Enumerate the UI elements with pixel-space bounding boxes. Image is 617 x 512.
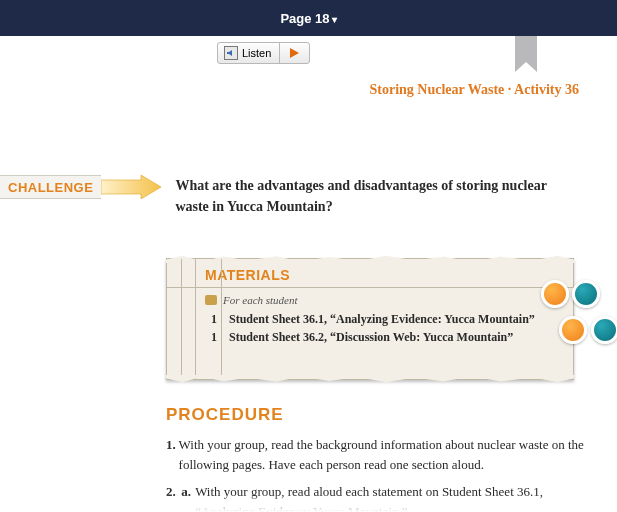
materials-heading: MATERIALS bbox=[167, 267, 573, 288]
listen-toolbar: Listen bbox=[217, 42, 310, 64]
materials-body: For each student 1 Student Sheet 36.1, “… bbox=[167, 288, 573, 352]
rule-line bbox=[181, 259, 182, 379]
step-text: With your group, read the background inf… bbox=[179, 435, 586, 474]
materials-item: 1 Student Sheet 36.1, “Analyzing Evidenc… bbox=[205, 310, 563, 328]
materials-text: Student Sheet 36.2, “Discussion Web: Yuc… bbox=[229, 328, 563, 346]
header-topic: Storing Nuclear Waste bbox=[370, 82, 505, 97]
header-activity: Activity 36 bbox=[514, 82, 579, 97]
bullet-icon bbox=[205, 295, 217, 305]
materials-subhead-text: For each student bbox=[223, 294, 298, 306]
materials-qty: 1 bbox=[205, 328, 217, 346]
play-button[interactable] bbox=[279, 43, 309, 63]
challenge-text: What are the advantages and disadvantage… bbox=[175, 175, 575, 217]
procedure-step: 1. With your group, read the background … bbox=[166, 435, 586, 474]
chevron-down-icon: ▾ bbox=[332, 14, 337, 25]
materials-text: Student Sheet 36.1, “Analyzing Evidence:… bbox=[229, 310, 563, 328]
materials-qty: 1 bbox=[205, 310, 217, 328]
listen-button[interactable]: Listen bbox=[218, 43, 279, 63]
top-bar: Page 18▾ bbox=[0, 0, 617, 36]
header-sep: · bbox=[504, 82, 514, 97]
arrow-right-icon bbox=[101, 175, 161, 199]
bookmark-icon[interactable] bbox=[515, 36, 537, 72]
page-header: Storing Nuclear Waste · Activity 36 bbox=[370, 82, 579, 98]
rule-line bbox=[221, 259, 222, 379]
resource-badge-icon[interactable] bbox=[559, 316, 587, 344]
challenge-section: CHALLENGE What are the advantages and di… bbox=[0, 175, 575, 217]
challenge-tag: CHALLENGE bbox=[0, 175, 101, 199]
materials-item: 1 Student Sheet 36.2, “Discussion Web: Y… bbox=[205, 328, 563, 346]
play-icon bbox=[290, 48, 299, 58]
materials-subhead: For each student bbox=[205, 294, 563, 306]
page-label: Page 18 bbox=[280, 11, 329, 26]
rule-line bbox=[195, 259, 196, 379]
speaker-icon bbox=[224, 46, 238, 60]
resource-badge-icon[interactable] bbox=[541, 280, 569, 308]
procedure-heading: PROCEDURE bbox=[166, 405, 586, 425]
step-number: 1. bbox=[166, 435, 179, 474]
materials-box: MATERIALS For each student 1 Student She… bbox=[166, 258, 574, 380]
listen-label: Listen bbox=[242, 47, 271, 59]
resource-badge-icon[interactable] bbox=[572, 280, 600, 308]
resource-badge-icon[interactable] bbox=[591, 316, 617, 344]
page-indicator[interactable]: Page 18▾ bbox=[280, 11, 336, 26]
fade-overlay bbox=[0, 494, 617, 512]
